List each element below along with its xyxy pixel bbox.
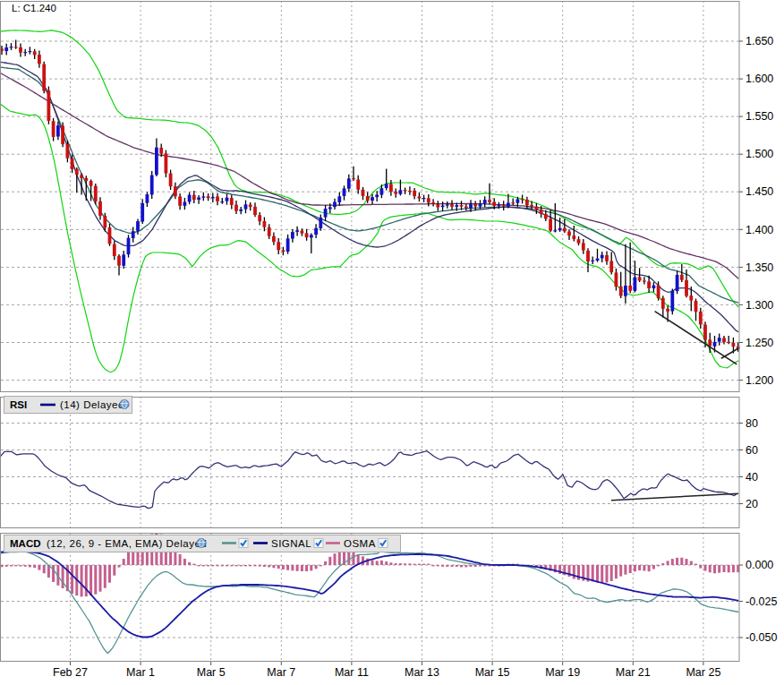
svg-text:1.500: 1.500 — [746, 148, 773, 160]
svg-text:Mar 5: Mar 5 — [197, 666, 226, 679]
svg-text:1.200: 1.200 — [746, 374, 773, 387]
svg-text:1.600: 1.600 — [746, 73, 773, 85]
svg-text:OSMA: OSMA — [344, 538, 376, 549]
svg-text:80: 80 — [746, 417, 758, 430]
svg-text:1.250: 1.250 — [746, 337, 773, 349]
svg-text:SIGNAL: SIGNAL — [271, 538, 311, 549]
svg-text:Mar 11: Mar 11 — [335, 666, 369, 679]
svg-text:1.550: 1.550 — [746, 110, 773, 123]
svg-text:1.300: 1.300 — [746, 299, 773, 312]
svg-text:1.400: 1.400 — [746, 224, 773, 236]
svg-text:40: 40 — [746, 471, 758, 484]
svg-text:L: C1.240: L: C1.240 — [12, 3, 56, 13]
svg-text:Mar 1: Mar 1 — [126, 666, 155, 679]
svg-text:RSI: RSI — [10, 399, 27, 410]
svg-text:Mar 25: Mar 25 — [686, 666, 720, 679]
svg-text:0.000: 0.000 — [746, 559, 773, 571]
svg-text:Mar 13: Mar 13 — [405, 666, 439, 679]
svg-text:Feb 27: Feb 27 — [53, 666, 88, 679]
svg-text:20: 20 — [746, 498, 758, 510]
svg-text:Mar 21: Mar 21 — [616, 666, 651, 679]
svg-text:1.650: 1.650 — [746, 35, 773, 47]
svg-text:-0.025: -0.025 — [746, 595, 777, 608]
svg-text:Mar 7: Mar 7 — [267, 666, 295, 679]
svg-text:1.350: 1.350 — [746, 261, 773, 274]
svg-text:MACD: MACD — [10, 538, 41, 549]
svg-text:Mar 15: Mar 15 — [475, 666, 510, 679]
svg-text:60: 60 — [746, 444, 758, 457]
svg-text:(12, 26, 9 - EMA, EMA) Delayed: (12, 26, 9 - EMA, EMA) Delayed — [47, 538, 207, 549]
svg-text:Mar 19: Mar 19 — [545, 666, 580, 679]
svg-text:(14) Delayed: (14) Delayed — [60, 399, 124, 410]
svg-text:-0.050: -0.050 — [746, 631, 777, 644]
svg-text:1.450: 1.450 — [746, 185, 773, 198]
